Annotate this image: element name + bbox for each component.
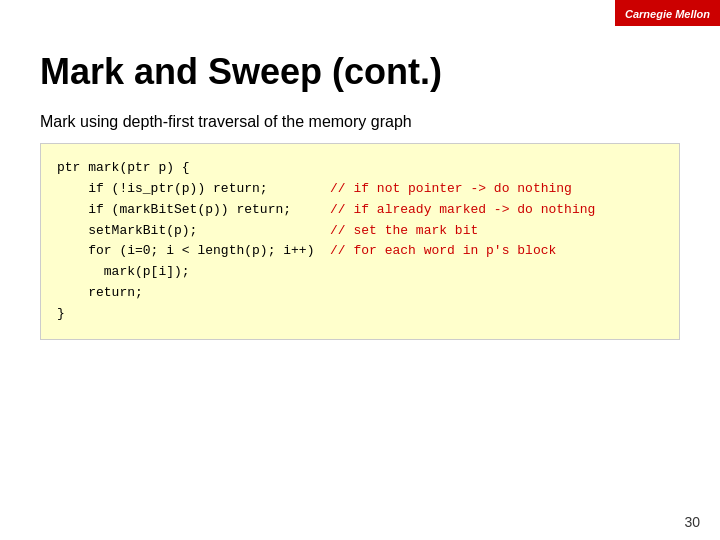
code-text: } bbox=[57, 304, 65, 325]
slide-subtitle: Mark using depth-first traversal of the … bbox=[40, 113, 680, 131]
code-line-4: setMarkBit(p); // set the mark bit bbox=[57, 221, 663, 242]
code-comment: // set the mark bit bbox=[330, 221, 478, 242]
code-comment: // for each word in p's block bbox=[330, 241, 556, 262]
code-line-8: } bbox=[57, 304, 663, 325]
slide-title: Mark and Sweep (cont.) bbox=[40, 50, 680, 93]
code-block: ptr mark(ptr p) { if (!is_ptr(p)) return… bbox=[40, 143, 680, 339]
page-number: 30 bbox=[684, 514, 700, 530]
code-text: ptr mark(ptr p) { bbox=[57, 158, 190, 179]
code-line-6: mark(p[i]); bbox=[57, 262, 663, 283]
code-line-2: if (!is_ptr(p)) return; // if not pointe… bbox=[57, 179, 663, 200]
code-comment: // if not pointer -> do nothing bbox=[330, 179, 572, 200]
carnegie-mellon-logo: Carnegie Mellon bbox=[625, 8, 710, 20]
code-text: if (!is_ptr(p)) return; bbox=[57, 179, 330, 200]
code-text: setMarkBit(p); bbox=[57, 221, 330, 242]
code-comment: // if already marked -> do nothing bbox=[330, 200, 595, 221]
code-text: mark(p[i]); bbox=[57, 262, 190, 283]
code-line-7: return; bbox=[57, 283, 663, 304]
code-text: for (i=0; i < length(p); i++) bbox=[57, 241, 330, 262]
code-line-5: for (i=0; i < length(p); i++) // for eac… bbox=[57, 241, 663, 262]
header-bar: Carnegie Mellon bbox=[615, 0, 720, 26]
code-text: if (markBitSet(p)) return; bbox=[57, 200, 330, 221]
code-text: return; bbox=[57, 283, 143, 304]
main-content: Mark and Sweep (cont.) Mark using depth-… bbox=[0, 20, 720, 360]
code-line-1: ptr mark(ptr p) { bbox=[57, 158, 663, 179]
code-line-3: if (markBitSet(p)) return; // if already… bbox=[57, 200, 663, 221]
